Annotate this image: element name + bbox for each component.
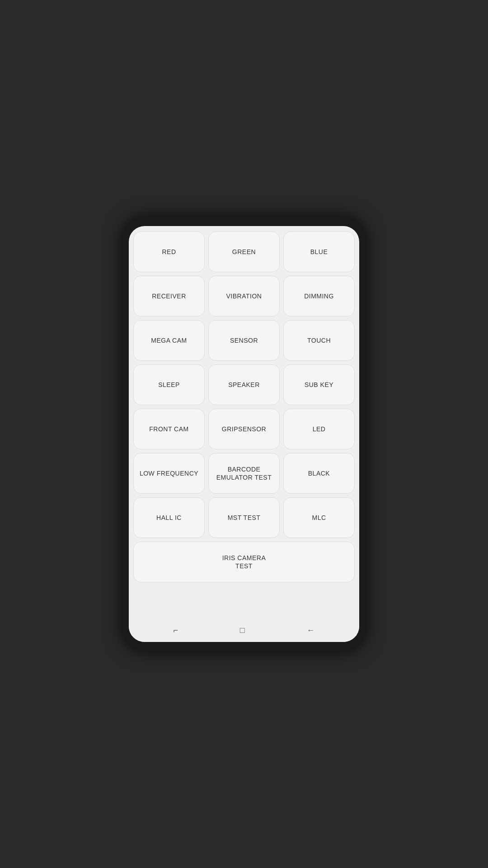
button-label-led: LED — [313, 425, 326, 433]
home-icon[interactable]: □ — [236, 622, 249, 639]
button-red[interactable]: RED — [133, 231, 205, 272]
button-hall-ic[interactable]: HALL IC — [133, 497, 205, 538]
button-blue[interactable]: BLUE — [283, 231, 355, 272]
button-label-vibration: VIBRATION — [226, 292, 262, 300]
button-label-sleep: SLEEP — [158, 381, 180, 389]
button-dimming[interactable]: DIMMING — [283, 276, 355, 316]
button-label-receiver: RECEIVER — [152, 292, 186, 300]
button-row-row1: REDGREENBLUE — [133, 231, 355, 272]
phone-frame: REDGREENBLUERECEIVERVIBRATIONDIMMINGMEGA… — [122, 217, 366, 651]
button-label-mlc: MLC — [312, 514, 326, 522]
button-label-blue: BLUE — [310, 248, 328, 256]
button-sensor[interactable]: SENSOR — [208, 320, 280, 361]
button-row-row3: MEGA CAMSENSORTOUCH — [133, 320, 355, 361]
button-label-green: GREEN — [232, 248, 256, 256]
button-front-cam[interactable]: FRONT CAM — [133, 409, 205, 449]
button-touch[interactable]: TOUCH — [283, 320, 355, 361]
button-label-iris-camera-test: IRIS CAMERA TEST — [222, 554, 266, 570]
button-iris-camera-test[interactable]: IRIS CAMERA TEST — [133, 542, 355, 582]
button-gripsensor[interactable]: GRIPSENSOR — [208, 409, 280, 449]
button-row-row8: IRIS CAMERA TEST — [133, 542, 355, 582]
button-vibration[interactable]: VIBRATION — [208, 276, 280, 316]
button-row-row4: SLEEPSPEAKERSUB KEY — [133, 364, 355, 405]
button-low-frequency[interactable]: LOW FREQUENCY — [133, 453, 205, 494]
button-label-hall-ic: HALL IC — [156, 514, 182, 522]
button-sub-key[interactable]: SUB KEY — [283, 364, 355, 405]
button-receiver[interactable]: RECEIVER — [133, 276, 205, 316]
button-mega-cam[interactable]: MEGA CAM — [133, 320, 205, 361]
button-label-mst-test: MST TEST — [228, 514, 261, 522]
button-label-sensor: SENSOR — [230, 336, 258, 344]
button-label-mega-cam: MEGA CAM — [151, 336, 187, 344]
back-icon[interactable]: ← — [303, 622, 319, 639]
button-mlc[interactable]: MLC — [283, 497, 355, 538]
button-mst-test[interactable]: MST TEST — [208, 497, 280, 538]
button-barcode-emulator-test[interactable]: BARCODE EMULATOR TEST — [208, 453, 280, 494]
button-row-row5: FRONT CAMGRIPSENSORLED — [133, 409, 355, 449]
button-row-row2: RECEIVERVIBRATIONDIMMING — [133, 276, 355, 316]
button-label-barcode-emulator-test: BARCODE EMULATOR TEST — [216, 465, 272, 481]
button-label-red: RED — [162, 248, 176, 256]
button-label-front-cam: FRONT CAM — [149, 425, 188, 433]
phone-screen: REDGREENBLUERECEIVERVIBRATIONDIMMINGMEGA… — [129, 226, 359, 642]
button-speaker[interactable]: SPEAKER — [208, 364, 280, 405]
button-label-speaker: SPEAKER — [228, 381, 260, 389]
button-label-dimming: DIMMING — [304, 292, 334, 300]
button-row-row6: LOW FREQUENCYBARCODE EMULATOR TESTBLACK — [133, 453, 355, 494]
button-black[interactable]: BLACK — [283, 453, 355, 494]
button-label-sub-key: SUB KEY — [305, 381, 333, 389]
button-label-low-frequency: LOW FREQUENCY — [140, 469, 198, 477]
button-led[interactable]: LED — [283, 409, 355, 449]
button-label-black: BLACK — [308, 469, 330, 477]
content-area: REDGREENBLUERECEIVERVIBRATIONDIMMINGMEGA… — [129, 226, 359, 618]
button-label-touch: TOUCH — [307, 336, 331, 344]
button-sleep[interactable]: SLEEP — [133, 364, 205, 405]
button-row-row7: HALL ICMST TESTMLC — [133, 497, 355, 538]
nav-bar: ⌐ □ ← — [129, 618, 359, 642]
recent-apps-icon[interactable]: ⌐ — [169, 622, 182, 639]
button-label-gripsensor: GRIPSENSOR — [222, 425, 266, 433]
button-green[interactable]: GREEN — [208, 231, 280, 272]
